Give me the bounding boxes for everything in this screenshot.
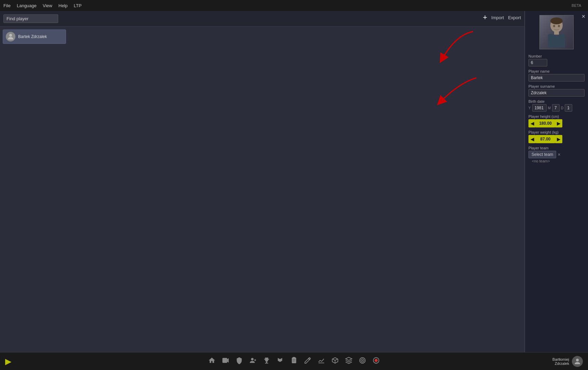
left-panel: + Import Export Bartek Zdrzalek: [0, 11, 525, 352]
player-detail-panel: ×: [525, 11, 588, 352]
player-list-item[interactable]: Bartek Zdrzalek: [3, 29, 66, 44]
player-name-label: Bartek Zdrzalek: [18, 34, 47, 39]
beta-label: BETA: [572, 3, 581, 8]
birth-date-field-group: Birth date Y M D: [525, 98, 588, 113]
person-silhouette-icon: [543, 17, 570, 48]
bottom-right: Bartłomiej Zdrzalek: [552, 356, 583, 367]
toolbar-right: + Import Export: [483, 14, 521, 21]
close-button[interactable]: ×: [581, 13, 585, 20]
svg-rect-5: [554, 31, 559, 35]
team-select-row: Select team ×: [528, 151, 585, 158]
main-layout: + Import Export Bartek Zdrzalek: [0, 11, 588, 352]
birth-year-input[interactable]: [532, 104, 547, 112]
clear-team-button[interactable]: ×: [558, 152, 560, 157]
menu-file[interactable]: File: [3, 3, 11, 8]
svg-point-6: [553, 25, 555, 27]
svg-rect-16: [293, 357, 295, 358]
svg-rect-15: [292, 358, 296, 363]
menu-bar: File Language View Help LTP: [3, 3, 81, 8]
player-list: Bartek Zdrzalek: [0, 27, 524, 47]
svg-point-27: [576, 359, 579, 361]
menu-ltp[interactable]: LTP: [74, 3, 82, 8]
player-surname-field-group: Player surname: [525, 83, 588, 98]
svg-point-26: [374, 359, 378, 362]
add-player-button[interactable]: +: [483, 14, 487, 21]
flag-icon[interactable]: [277, 357, 284, 366]
user-avatar[interactable]: [572, 356, 583, 367]
birth-date-label: Birth date: [528, 99, 585, 103]
find-player-input[interactable]: [3, 14, 58, 23]
svg-point-24: [362, 360, 363, 361]
record-icon[interactable]: [372, 357, 380, 366]
bottom-toolbar: ▶: [0, 352, 588, 370]
svg-point-10: [251, 358, 254, 360]
weight-spinner: ◀ 87.00 ▶: [528, 135, 585, 143]
weight-value: 87.00: [536, 135, 555, 143]
number-input[interactable]: [528, 59, 547, 66]
play-icon[interactable]: ▶: [5, 357, 11, 366]
player-name-label: Player name: [528, 69, 585, 73]
menu-view[interactable]: View: [43, 3, 52, 8]
user-info: Bartłomiej Zdrzalek: [552, 357, 569, 366]
chart-icon[interactable]: [318, 357, 325, 366]
birth-day-input[interactable]: [565, 104, 572, 112]
weight-field-group: Player weight (kg) ◀ 87.00 ▶: [525, 129, 588, 145]
height-label: Player height (cm): [528, 114, 585, 119]
svg-marker-21: [346, 357, 352, 360]
player-photo: [539, 15, 574, 49]
video-icon[interactable]: [222, 357, 229, 366]
birth-date-row: Y M D: [528, 104, 585, 112]
player-surname-input[interactable]: [528, 89, 585, 97]
height-decrement-button[interactable]: ◀: [528, 119, 536, 127]
shield-icon[interactable]: [235, 357, 243, 366]
weight-label: Player weight (kg): [528, 130, 585, 134]
select-team-button[interactable]: Select team: [528, 151, 556, 158]
number-label: Number: [528, 54, 585, 58]
weight-increment-button[interactable]: ▶: [555, 135, 562, 143]
height-value: 180.00: [536, 119, 555, 127]
height-spinner: ◀ 180.00 ▶: [528, 119, 585, 127]
birth-day-label: D: [561, 106, 563, 110]
menu-help[interactable]: Help: [59, 3, 68, 8]
svg-point-7: [558, 25, 560, 27]
person-add-icon[interactable]: [249, 357, 257, 366]
svg-rect-8: [222, 358, 227, 363]
team-label: Player team: [528, 146, 585, 150]
user-name: Bartłomiej: [552, 357, 569, 361]
pencil-icon[interactable]: [304, 357, 311, 366]
svg-rect-13: [266, 362, 267, 363]
target-icon[interactable]: [359, 357, 366, 366]
height-field-group: Player height (cm) ◀ 180.00 ▶: [525, 113, 588, 129]
player-name-field-group: Player name: [525, 68, 588, 83]
birth-year-label: Y: [528, 106, 531, 110]
player-photo-inner: [540, 15, 573, 49]
team-field-group: Player team Select team × <no team>: [525, 145, 588, 165]
player-avatar: [6, 32, 15, 41]
home-icon[interactable]: [208, 357, 216, 366]
player-surname-label: Player surname: [528, 84, 585, 88]
bottom-center: [208, 357, 380, 366]
export-button[interactable]: Export: [508, 15, 521, 20]
red-arrow-2: [435, 73, 480, 110]
menu-language[interactable]: Language: [17, 3, 37, 8]
no-team-text: <no team>: [528, 158, 585, 164]
weight-decrement-button[interactable]: ◀: [528, 135, 536, 143]
svg-point-4: [550, 17, 563, 24]
bottom-left: ▶: [5, 357, 11, 366]
svg-point-0: [9, 34, 12, 37]
svg-rect-14: [265, 363, 268, 363]
import-button[interactable]: Import: [491, 15, 504, 20]
player-name-input[interactable]: [528, 74, 585, 82]
birth-month-label: M: [548, 106, 551, 110]
cube-icon[interactable]: [331, 357, 339, 366]
number-field-group: Number: [525, 53, 588, 68]
search-bar: + Import Export: [0, 11, 524, 27]
clipboard-icon[interactable]: [290, 357, 298, 366]
trophy-icon[interactable]: [263, 357, 270, 366]
layers-icon[interactable]: [345, 357, 353, 366]
user-surname: Zdrzalek: [552, 361, 569, 366]
title-bar: File Language View Help LTP BETA: [0, 0, 588, 11]
birth-month-input[interactable]: [552, 104, 560, 112]
svg-marker-9: [227, 358, 229, 363]
height-increment-button[interactable]: ▶: [555, 119, 562, 127]
